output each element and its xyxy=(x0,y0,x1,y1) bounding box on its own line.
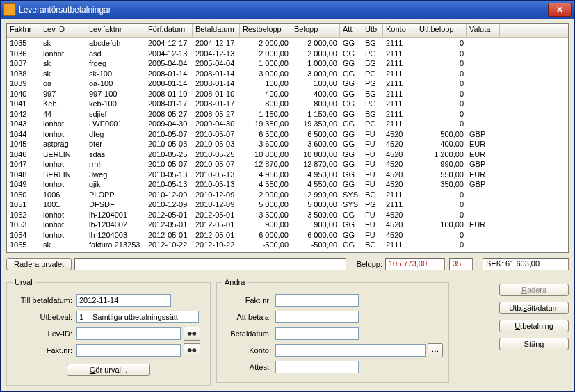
utbetalning-button[interactable]: Utbetalning xyxy=(499,320,569,332)
table-row[interactable]: 1036lonhotasd2004-12-132004-12-132 000,0… xyxy=(7,49,568,59)
cell: 19 350,00 xyxy=(291,119,340,129)
column-header[interactable]: Lev.ID xyxy=(40,24,86,38)
table-row[interactable]: 10501006PLOPP2010-12-092010-12-092 990,0… xyxy=(7,190,568,200)
table-row[interactable]: 1048BERLIN3weg2010-05-132010-05-134 950,… xyxy=(7,170,568,180)
column-header[interactable]: Belopp xyxy=(291,24,340,38)
faktnr-input[interactable] xyxy=(76,344,181,357)
column-header[interactable]: Restbelopp xyxy=(240,24,291,38)
cell: GG xyxy=(340,159,362,170)
table-row[interactable]: 1055skfaktura 2132532012-10-222012-10-22… xyxy=(7,240,568,250)
cell: 2111 xyxy=(383,38,416,49)
table-row[interactable]: 1047lonhotrrhh2010-05-072010-05-0712 870… xyxy=(7,159,568,170)
gor-urval-button[interactable]: Gör urval... xyxy=(67,364,150,376)
delete-selection-button[interactable]: Radera urvalet xyxy=(6,258,72,270)
cell: abcdefgh xyxy=(86,38,145,49)
cell: LWE0001 xyxy=(86,119,145,129)
column-header[interactable]: Utb xyxy=(362,24,383,38)
table-row[interactable]: 1039oaoa-1002008-01-142008-01-14100,0010… xyxy=(7,79,568,89)
utbetval-input[interactable] xyxy=(76,311,199,323)
cell: 6 000,00 xyxy=(291,230,340,240)
radera-button[interactable]: Radera xyxy=(499,284,569,296)
cell: 1 000,00 xyxy=(291,58,340,69)
cell: 4520 xyxy=(383,129,416,140)
cell: 350,00 xyxy=(416,179,467,190)
cell: 2004-12-13 xyxy=(193,49,240,59)
andra-faktnr-input[interactable] xyxy=(275,294,359,307)
cell: 1040 xyxy=(7,89,40,99)
cell: GBP xyxy=(467,129,500,140)
table-row[interactable]: 1040997997-1002008-01-102008-01-10400,00… xyxy=(7,89,568,99)
cell: 0 xyxy=(416,49,467,59)
konto-input[interactable] xyxy=(275,344,426,357)
table-row[interactable]: 1049lonhotgjik2010-05-132010-05-134 550,… xyxy=(7,179,568,190)
table-row[interactable]: 1052lonhotlh-12040012012-05-012012-05-01… xyxy=(7,210,568,220)
cell: 1048 xyxy=(7,170,40,180)
table-row[interactable]: 10511001DFSDF2010-12-092010-12-095 000,0… xyxy=(7,199,568,210)
column-header[interactable]: Utl.belopp xyxy=(416,24,467,38)
table-row[interactable]: 1038sksk-1002008-01-142008-01-143 000,00… xyxy=(7,69,568,79)
table-row[interactable]: 10561001fakt33252012-10-092012-10-09-400… xyxy=(7,250,568,253)
utb-satt-datum-button[interactable]: Utb.sätt/datum xyxy=(499,302,569,314)
cell: 4 950,00 xyxy=(291,170,340,180)
payments-grid[interactable]: FaktnrLev.IDLev.faktnrFörf.datumBetaldat… xyxy=(6,23,569,253)
attest-input[interactable] xyxy=(275,361,359,373)
cell: 2012-05-01 xyxy=(193,220,240,230)
faktnr-lookup-button[interactable] xyxy=(184,343,200,357)
cell: lonhot xyxy=(40,119,86,129)
levid-lookup-button[interactable] xyxy=(184,327,200,341)
cell: 0 xyxy=(416,89,467,99)
table-row[interactable]: 1043lonhotLWE00012009-04-302009-04-3019 … xyxy=(7,119,568,129)
column-header[interactable]: Faktnr xyxy=(7,24,40,38)
column-header[interactable]: Att xyxy=(340,24,362,38)
stang-button[interactable]: Stäng xyxy=(499,338,569,350)
table-row[interactable]: 1037skfrgeg2005-04-042005-04-041 000,001… xyxy=(7,58,568,69)
cell: 2010-05-13 xyxy=(145,179,193,190)
cell: faktura 213253 xyxy=(86,240,145,250)
table-row[interactable]: 1045astpragbter2010-05-032010-05-033 600… xyxy=(7,139,568,149)
cell: 1046 xyxy=(7,149,40,160)
column-header[interactable]: Lev.faktnr xyxy=(86,24,145,38)
table-row[interactable]: 1041Kebkeb-1002008-01-172008-01-17800,00… xyxy=(7,99,568,109)
betaldatum-input[interactable] xyxy=(275,327,359,340)
till-betaldatum-input[interactable] xyxy=(76,294,171,307)
cell: FU xyxy=(362,149,383,160)
close-button[interactable]: ✕ xyxy=(548,3,572,17)
cell: 100,00 xyxy=(291,79,340,89)
table-row[interactable]: 1044lonhotdfeg2010-05-072010-05-076 500,… xyxy=(7,129,568,140)
cell: PG xyxy=(362,119,383,129)
att-betala-input[interactable] xyxy=(275,311,359,323)
column-header[interactable]: Förf.datum xyxy=(145,24,193,38)
cell: 6 000,00 xyxy=(240,230,291,240)
column-header[interactable]: Betaldatum xyxy=(193,24,240,38)
column-header[interactable]: Konto xyxy=(383,24,416,38)
cell: 2008-01-10 xyxy=(193,89,240,99)
cell: 900,00 xyxy=(240,220,291,230)
cell: lonhot xyxy=(40,49,86,59)
grid-body[interactable]: 1035skabcdefgh2004-12-172004-12-172 000,… xyxy=(7,38,568,253)
cell: 3 600,00 xyxy=(291,139,340,149)
table-row[interactable]: 1046BERLINsdas2010-05-252010-05-2510 800… xyxy=(7,149,568,160)
cell: 2010-05-03 xyxy=(193,139,240,149)
column-header[interactable]: Valuta xyxy=(467,24,500,38)
cell xyxy=(467,49,500,59)
cell: 3 000,00 xyxy=(240,69,291,79)
cell: 2010-05-13 xyxy=(193,179,240,190)
cell: 1037 xyxy=(7,58,40,69)
konto-browse-button[interactable]: … xyxy=(428,343,443,357)
cell: FU xyxy=(362,129,383,140)
cell: 1050 xyxy=(7,190,40,200)
cell: 2 000,00 xyxy=(291,38,340,49)
table-row[interactable]: 1053lonhotlh-12040022012-05-012012-05-01… xyxy=(7,220,568,230)
cell: lonhot xyxy=(40,129,86,140)
cell: 2010-05-25 xyxy=(145,149,193,160)
cell: 800,00 xyxy=(240,99,291,109)
table-row[interactable]: 1035skabcdefgh2004-12-172004-12-172 000,… xyxy=(7,38,568,49)
cell: 2111 xyxy=(383,89,416,99)
cell: sk-100 xyxy=(86,69,145,79)
cell xyxy=(467,58,500,69)
levid-input[interactable] xyxy=(76,327,181,340)
cell: sk xyxy=(40,38,86,49)
table-row[interactable]: 104244sdjief2008-05-272008-05-271 150,00… xyxy=(7,109,568,120)
table-row[interactable]: 1054lonhotlh-12040032012-05-012012-05-01… xyxy=(7,230,568,240)
cell xyxy=(467,119,500,129)
